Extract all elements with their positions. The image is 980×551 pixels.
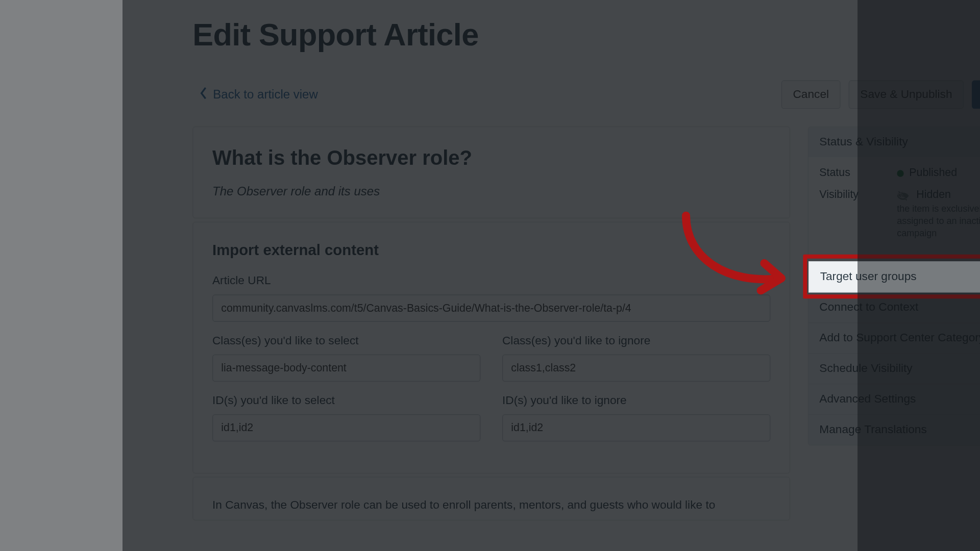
body-preview-text: In Canvas, the Observer role can be used… xyxy=(212,496,770,514)
class-select-label: Class(es) you'd like to select xyxy=(212,334,480,348)
id-ignore-input[interactable] xyxy=(502,414,770,441)
back-to-article-link[interactable]: Back to article view xyxy=(192,86,317,103)
id-ignore-label: ID(s) you'd like to ignore xyxy=(502,394,770,408)
body-preview-card: In Canvas, the Observer role can be used… xyxy=(192,477,790,520)
article-title-card: What is the Observer role? The Observer … xyxy=(192,127,790,218)
id-select-input[interactable] xyxy=(212,414,480,441)
class-select-input[interactable] xyxy=(212,355,480,382)
article-subtitle: The Observer role and its uses xyxy=(212,184,770,198)
arrow-annotation xyxy=(672,211,808,306)
class-ignore-input[interactable] xyxy=(502,355,770,382)
id-select-label: ID(s) you'd like to select xyxy=(212,394,480,408)
class-ignore-label: Class(es) you'd like to ignore xyxy=(502,334,770,348)
chevron-left-icon xyxy=(200,86,208,103)
article-title: What is the Observer role? xyxy=(212,146,770,169)
back-link-label: Back to article view xyxy=(213,87,317,102)
cancel-button[interactable]: Cancel xyxy=(781,80,841,109)
